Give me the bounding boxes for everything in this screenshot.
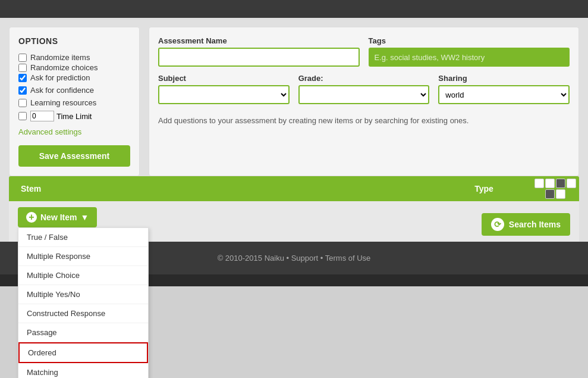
- view-icon-1[interactable]: [534, 179, 544, 188]
- footer-dot2: •: [318, 254, 325, 263]
- new-item-dropdown-container: + New Item ▼ True / False Multiple Respo…: [18, 207, 97, 227]
- view-icons: [532, 176, 579, 201]
- advanced-settings-link[interactable]: Advanced settings: [18, 127, 130, 136]
- options-panel: OPTIONS Randomize items Randomize choice…: [9, 27, 140, 176]
- options-title: OPTIONS: [18, 36, 130, 46]
- randomize-items-checkbox[interactable]: [18, 54, 27, 62]
- view-icon-2[interactable]: [545, 179, 555, 188]
- subject-label: Subject: [158, 74, 290, 83]
- footer-support-link[interactable]: Support: [291, 254, 319, 263]
- search-items-button[interactable]: ⟳ Search Items: [482, 213, 570, 236]
- footer-dot1: •: [284, 254, 291, 263]
- stem-column-header: Stem: [9, 184, 436, 193]
- time-limit-checkbox[interactable]: [18, 112, 27, 120]
- tags-group: Tags: [369, 36, 570, 67]
- add-questions-text: Add questions to your assessment by crea…: [158, 111, 570, 130]
- type-column-header: Type: [436, 184, 532, 193]
- dropdown-item-ordered[interactable]: Ordered: [18, 342, 148, 363]
- new-item-dropdown-menu: True / False Multiple Response Multiple …: [18, 227, 149, 378]
- learning-resources-option: Learning resources: [18, 98, 130, 107]
- grade-select[interactable]: [298, 85, 430, 104]
- plus-icon: +: [26, 212, 37, 223]
- subject-select[interactable]: [158, 85, 290, 104]
- randomize-items-option: Randomize items: [18, 53, 130, 62]
- ask-prediction-option: Ask for prediction: [18, 73, 130, 82]
- tags-input[interactable]: [369, 48, 570, 67]
- grade-group: Grade:: [298, 74, 430, 104]
- ask-prediction-checkbox[interactable]: [18, 74, 27, 82]
- dropdown-item-matching[interactable]: Matching: [18, 363, 148, 378]
- dropdown-item-multiple-choice[interactable]: Multiple Choice: [18, 266, 148, 285]
- dropdown-item-passage[interactable]: Passage: [18, 323, 148, 342]
- footer-terms-link[interactable]: Terms of Use: [325, 254, 371, 263]
- dropdown-item-multiple-response[interactable]: Multiple Response: [18, 247, 148, 266]
- table-header: Stem Type: [9, 176, 579, 201]
- randomize-choices-label: Randomize choices: [30, 63, 98, 72]
- grade-label: Grade:: [298, 74, 430, 83]
- dropdown-item-constructed-response[interactable]: Constructed Response: [18, 304, 148, 323]
- dropdown-arrow: ▼: [80, 213, 89, 222]
- subject-group: Subject: [158, 74, 290, 104]
- tags-label: Tags: [369, 36, 570, 45]
- new-item-button[interactable]: + New Item ▼: [18, 207, 97, 227]
- search-items-label: Search Items: [509, 220, 561, 229]
- learning-resources-label: Learning resources: [30, 98, 96, 107]
- randomize-choices-option: Randomize choices: [18, 63, 130, 72]
- footer-copyright: © 2010-2015: [218, 254, 265, 263]
- dropdown-item-true-false[interactable]: True / False: [18, 228, 148, 247]
- sharing-label: Sharing: [438, 74, 570, 83]
- ask-confidence-label: Ask for confidence: [30, 86, 94, 95]
- ask-confidence-checkbox[interactable]: [18, 86, 27, 95]
- top-bar: [0, 0, 588, 18]
- view-icon-4[interactable]: [567, 179, 576, 188]
- ask-confidence-option: Ask for confidence: [18, 86, 130, 95]
- learning-resources-checkbox[interactable]: [18, 99, 27, 107]
- view-icon-6[interactable]: [556, 189, 565, 199]
- view-icon-5[interactable]: [545, 189, 555, 199]
- assessment-name-label: Assessment Name: [158, 36, 360, 45]
- save-assessment-button[interactable]: Save Assessment: [18, 145, 130, 167]
- form-row-2: Subject Grade: Sharing: [158, 74, 570, 104]
- randomize-items-label: Randomize items: [30, 53, 90, 62]
- sharing-select[interactable]: world: [438, 85, 570, 104]
- randomize-choices-checkbox[interactable]: [18, 64, 27, 72]
- new-item-label: New Item: [40, 213, 77, 222]
- sharing-group: Sharing world: [438, 74, 570, 104]
- assessment-name-input[interactable]: [158, 48, 360, 67]
- search-icon: ⟳: [491, 218, 504, 231]
- table-section: Stem Type + New Item ▼ Tru: [0, 176, 588, 242]
- assessment-panel: Assessment Name Tags Subject: [149, 27, 579, 176]
- time-limit-spinner[interactable]: [30, 111, 54, 121]
- footer-naiku-link[interactable]: Naiku: [265, 254, 284, 263]
- assessment-name-group: Assessment Name: [158, 36, 360, 67]
- new-item-section: + New Item ▼ True / False Multiple Respo…: [9, 201, 579, 242]
- dropdown-item-multiple-yes-no[interactable]: Multiple Yes/No: [18, 285, 148, 304]
- view-icon-3[interactable]: [556, 179, 565, 188]
- time-limit-label: Time Limit: [56, 112, 92, 121]
- ask-prediction-label: Ask for prediction: [30, 73, 90, 82]
- form-row-1: Assessment Name Tags: [158, 36, 570, 67]
- time-limit-row: Time Limit: [18, 111, 130, 121]
